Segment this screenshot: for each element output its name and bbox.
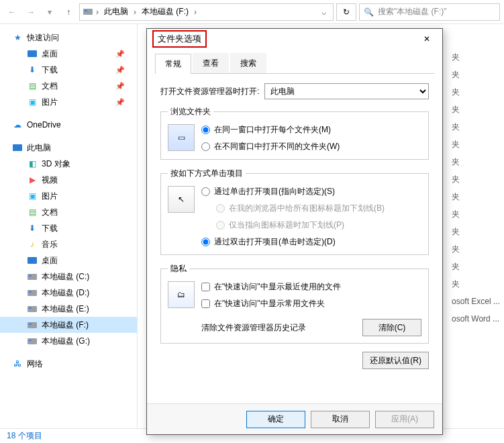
privacy-group: 隐私 🗂 在"快速访问"中显示最近使用的文件 在"快速访问"中显示常用文件夹 清… (160, 263, 429, 344)
refresh-button[interactable]: ↻ (336, 3, 356, 21)
drive-icon (27, 287, 38, 298)
sidebar-item-drive-g[interactable]: 本地磁盘 (G:) (0, 333, 137, 349)
dialog-footer: 确定 取消 应用(A) (147, 403, 442, 434)
picture-icon: ▣ (27, 191, 38, 201)
cancel-button[interactable]: 取消 (311, 411, 370, 428)
list-item[interactable]: 夹 (452, 188, 500, 205)
open-explorer-select[interactable]: 此电脑 (264, 83, 429, 99)
search-input[interactable]: 🔍 搜索"本地磁盘 (F:)" (359, 3, 500, 21)
sidebar-quick-access[interactable]: ★ 快速访问 (0, 30, 137, 46)
desktop-icon (27, 255, 38, 266)
ok-button[interactable]: 确定 (246, 411, 305, 428)
nav-tree: ★ 快速访问 桌面📌 ⬇下载📌 ▤文档📌 ▣图片📌 ☁OneDrive 此电脑 … (0, 24, 138, 428)
video-icon: ▶ (27, 175, 38, 185)
sidebar-item-drive-c[interactable]: 本地磁盘 (C:) (0, 268, 137, 285)
picture-icon: ▣ (27, 97, 38, 107)
restore-defaults-button[interactable]: 还原默认值(R) (362, 352, 429, 369)
list-item[interactable]: 夹 (452, 136, 500, 153)
pin-icon: 📌 (115, 50, 125, 58)
chevron-right-icon: › (132, 7, 138, 17)
sidebar-onedrive[interactable]: ☁OneDrive (0, 117, 137, 133)
dialog-title: 文件夹选项 (152, 30, 207, 48)
download-icon: ⬇ (27, 64, 38, 75)
list-item[interactable]: 夹 (452, 153, 500, 170)
sidebar-item-3d[interactable]: ◧3D 对象 (0, 156, 137, 172)
sidebar-item-drive-e[interactable]: 本地磁盘 (E:) (0, 301, 137, 317)
check-frequent-folders[interactable]: 在"快速访问"中显示常用文件夹 (201, 298, 421, 309)
cloud-icon: ☁ (12, 119, 23, 130)
nav-recent-dropdown[interactable]: ▾ (42, 4, 58, 20)
radio-double-click[interactable]: 通过双击打开项目(单击时选定)(D) (201, 236, 421, 248)
radio-underline-all: 在我的浏览器中给所有图标标题加下划线(B) (216, 203, 421, 214)
chevron-right-icon: › (193, 7, 198, 17)
dialog-titlebar: 文件夹选项 ✕ (147, 29, 442, 49)
list-item[interactable]: 夹 (452, 223, 500, 240)
cube-icon: ◧ (27, 158, 38, 169)
close-icon: ✕ (423, 34, 430, 44)
radio-underline-hover: 仅当指向图标标题时加下划线(P) (216, 219, 421, 231)
check-recent-files[interactable]: 在"快速访问"中显示最近使用的文件 (201, 281, 421, 293)
sidebar-item-music[interactable]: ♪音乐 (0, 236, 137, 252)
list-item[interactable]: 夹 (452, 118, 500, 136)
sidebar-item-documents2[interactable]: ▤文档 (0, 204, 137, 220)
sidebar-item-documents[interactable]: ▤文档📌 (0, 78, 137, 94)
nav-back-button[interactable]: ← (4, 4, 20, 20)
nav-forward-button[interactable]: → (23, 4, 39, 20)
sidebar-item-videos[interactable]: ▶视频 (0, 172, 137, 188)
tab-general[interactable]: 常规 (155, 54, 191, 74)
sidebar-this-pc[interactable]: 此电脑 (0, 140, 137, 156)
sidebar-item-desktop2[interactable]: 桌面 (0, 252, 137, 268)
sidebar-item-desktop[interactable]: 桌面📌 (0, 46, 137, 62)
item-count: 18 个项目 (7, 430, 42, 442)
clear-history-label: 清除文件资源管理器历史记录 (201, 322, 306, 334)
nav-up-button[interactable]: ↑ (60, 4, 77, 20)
sidebar-item-pictures2[interactable]: ▣图片 (0, 188, 137, 204)
list-item[interactable]: 夹 (452, 170, 500, 188)
browse-folders-group: 浏览文件夹 ▭ 在同一窗口中打开每个文件夹(M) 在不同窗口中打开不同的文件夹(… (160, 106, 429, 160)
list-item[interactable]: 夹 (452, 83, 500, 101)
sidebar-item-drive-f[interactable]: 本地磁盘 (F:) (0, 317, 137, 333)
list-item[interactable]: 夹 (452, 205, 500, 223)
open-explorer-label: 打开文件资源管理器时打开: (160, 86, 259, 97)
star-icon: ★ (12, 32, 23, 43)
list-item[interactable]: 夹 (452, 240, 500, 258)
list-item[interactable]: 夹 (452, 101, 500, 118)
tab-search[interactable]: 搜索 (230, 53, 266, 73)
radio-single-click[interactable]: 通过单击打开项目(指向时选定)(S) (201, 186, 421, 197)
sidebar-item-downloads[interactable]: ⬇下载📌 (0, 62, 137, 78)
close-button[interactable]: ✕ (417, 31, 437, 47)
dialog-tabs: 常规 查看 搜索 (155, 53, 434, 74)
sidebar-item-drive-d[interactable]: 本地磁盘 (D:) (0, 285, 137, 301)
breadcrumb[interactable]: › 此电脑 › 本地磁盘 (F:) › ⌵ (79, 3, 334, 21)
pin-icon: 📌 (115, 98, 125, 107)
tab-view[interactable]: 查看 (193, 53, 229, 73)
browse-group-icon: ▭ (168, 124, 195, 151)
list-item[interactable]: 夹 (452, 66, 500, 83)
drive-icon (27, 336, 38, 346)
document-icon: ▤ (27, 207, 38, 217)
drive-icon (27, 271, 38, 282)
radio-same-window[interactable]: 在同一窗口中打开每个文件夹(M) (201, 124, 421, 136)
list-item[interactable]: 夹 (452, 48, 500, 66)
chevron-right-icon: › (95, 7, 100, 17)
radio-diff-window[interactable]: 在不同窗口中打开不同的文件夹(W) (201, 141, 421, 152)
browse-legend: 浏览文件夹 (168, 106, 213, 117)
sidebar-item-downloads2[interactable]: ⬇下载 (0, 220, 137, 236)
breadcrumb-segment[interactable]: 本地磁盘 (F:) (139, 5, 191, 19)
apply-button[interactable]: 应用(A) (375, 411, 434, 428)
pin-icon: 📌 (115, 82, 125, 91)
sidebar-item-pictures[interactable]: ▣图片📌 (0, 94, 137, 110)
list-item[interactable]: 夹 (452, 258, 500, 275)
breadcrumb-segment[interactable]: 此电脑 (101, 5, 131, 19)
privacy-legend: 隐私 (168, 263, 189, 275)
network-icon: 🖧 (12, 358, 23, 369)
breadcrumb-dropdown[interactable]: ⌵ (317, 7, 330, 17)
list-item[interactable]: osoft Word ... (452, 310, 500, 328)
drive-icon (27, 303, 38, 314)
sidebar-network[interactable]: 🖧网络 (0, 356, 137, 372)
document-icon: ▤ (27, 81, 38, 91)
list-item[interactable]: 夹 (452, 275, 500, 293)
list-item[interactable]: osoft Excel ... (452, 293, 500, 310)
search-placeholder: 搜索"本地磁盘 (F:)" (378, 6, 447, 17)
clear-button[interactable]: 清除(C) (362, 319, 421, 336)
